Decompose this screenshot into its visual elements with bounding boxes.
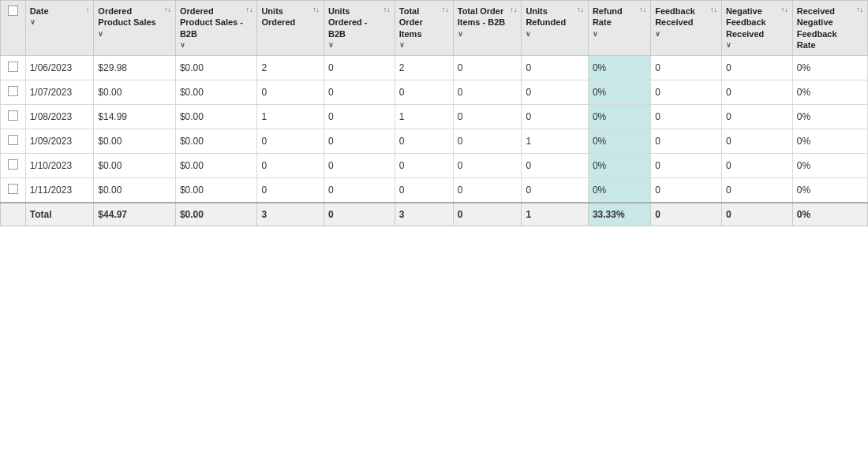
header-refund-rate[interactable]: Refund Rate ↑↓ ∨ (588, 1, 650, 56)
header-units-ord-label: Units Ordered (261, 6, 311, 28)
row-ops-b2b: $0.00 (175, 154, 257, 178)
footer-units-ord-b2b: 0 (324, 203, 395, 226)
row-total-order-items: 0 (395, 154, 453, 178)
header-units-ord-b2b[interactable]: Units Ordered - B2B ↑↓ ∨ (324, 1, 395, 56)
header-feedback-received[interactable]: Feedback Received ↑↓ ∨ (651, 1, 722, 56)
row-checkbox[interactable] (8, 135, 18, 145)
row-checkbox-cell[interactable] (1, 105, 26, 129)
footer-units-ord: 3 (257, 203, 324, 226)
footer-total-order-b2b: 0 (453, 203, 522, 226)
row-total-order-b2b: 0 (453, 178, 522, 203)
header-date-label: Date (30, 6, 84, 17)
table-row: 1/08/2023$14.99$0.00101000%000% (1, 105, 868, 129)
row-units-refunded: 1 (522, 129, 589, 154)
row-checkbox-cell[interactable] (1, 129, 26, 154)
row-date: 1/11/2023 (25, 178, 94, 203)
header-units-ord-b2b-chevron: ∨ (328, 41, 391, 50)
header-checkbox[interactable] (1, 1, 26, 56)
header-checkbox-box[interactable] (8, 6, 18, 16)
row-feedback-received: 0 (651, 105, 722, 129)
row-total-order-items: 0 (395, 129, 453, 154)
header-recv-neg-rate[interactable]: Received Negative Feedback Rate ↑↓ (792, 1, 867, 56)
footer-checkbox-cell (1, 203, 26, 226)
row-date: 1/06/2023 (25, 56, 94, 80)
header-total-order-items-label: Total Order Items (399, 6, 440, 39)
footer-ops: $44.97 (94, 203, 176, 226)
header-total-order-items[interactable]: Total Order Items ↑↓ ∨ (395, 1, 453, 56)
table-body: 1/06/2023$29.98$0.00202000%000%1/07/2023… (1, 56, 868, 203)
row-date: 1/09/2023 (25, 129, 94, 154)
row-checkbox[interactable] (8, 62, 18, 72)
row-checkbox[interactable] (8, 86, 18, 96)
row-ops-b2b: $0.00 (175, 105, 257, 129)
header-units-refunded[interactable]: Units Refunded ↑↓ ∨ (522, 1, 589, 56)
header-ops-b2b[interactable]: Ordered Product Sales - B2B ↑↓ ∨ (175, 1, 257, 56)
header-ops-b2b-sort-icon: ↑↓ (245, 6, 253, 15)
header-feedback-received-label: Feedback Received (655, 6, 709, 28)
header-total-order-b2b[interactable]: Total Order Items - B2B ↑↓ ∨ (453, 1, 522, 56)
row-feedback-received: 0 (651, 129, 722, 154)
header-date-chevron: ∨ (30, 18, 90, 28)
row-units-ord: 0 (257, 154, 324, 178)
row-feedback-received: 0 (651, 154, 722, 178)
row-ops-b2b: $0.00 (175, 80, 257, 105)
header-total-order-b2b-sort-icon: ↑↓ (510, 6, 517, 15)
row-units-ord-b2b: 0 (324, 154, 395, 178)
row-feedback-received: 0 (651, 56, 722, 80)
row-checkbox[interactable] (8, 110, 18, 121)
row-units-ord-b2b: 0 (324, 178, 395, 203)
row-checkbox[interactable] (8, 159, 18, 170)
row-refund-rate: 0% (588, 129, 650, 154)
table-header-row: Date ↑ ∨ Ordered Product Sales ↑↓ ∨ Orde… (1, 1, 868, 56)
row-recv-neg-rate: 0% (792, 80, 867, 105)
row-units-ord: 0 (257, 80, 324, 105)
row-units-ord: 1 (257, 105, 324, 129)
header-refund-rate-chevron: ∨ (593, 30, 646, 39)
header-ops-b2b-label: Ordered Product Sales - B2B (180, 6, 245, 39)
header-units-ord[interactable]: Units Ordered ↑↓ (257, 1, 324, 56)
row-recv-neg-rate: 0% (792, 129, 867, 154)
footer-feedback-received: 0 (651, 203, 722, 226)
header-units-ord-b2b-label: Units Ordered - B2B (328, 6, 382, 39)
row-checkbox-cell[interactable] (1, 154, 26, 178)
header-ops-label: Ordered Product Sales (98, 6, 163, 28)
row-date: 1/08/2023 (25, 105, 94, 129)
row-date: 1/10/2023 (25, 154, 94, 178)
row-total-order-b2b: 0 (453, 105, 522, 129)
row-ops: $0.00 (94, 129, 176, 154)
row-units-refunded: 0 (522, 80, 589, 105)
data-table: Date ↑ ∨ Ordered Product Sales ↑↓ ∨ Orde… (0, 0, 868, 226)
row-neg-feedback: 0 (721, 154, 792, 178)
row-total-order-b2b: 0 (453, 129, 522, 154)
row-checkbox-cell[interactable] (1, 80, 26, 105)
header-neg-feedback[interactable]: Negative Feedback Received ↑↓ ∨ (721, 1, 792, 56)
row-total-order-b2b: 0 (453, 154, 522, 178)
header-date-sort-icon: ↑ (86, 6, 90, 16)
header-neg-feedback-chevron: ∨ (726, 41, 788, 50)
header-recv-neg-rate-label: Received Negative Feedback Rate (797, 6, 855, 50)
table-row: 1/10/2023$0.00$0.00000000%000% (1, 154, 868, 178)
header-date[interactable]: Date ↑ ∨ (25, 1, 94, 56)
row-neg-feedback: 0 (721, 105, 792, 129)
row-neg-feedback: 0 (721, 80, 792, 105)
row-checkbox-cell[interactable] (1, 178, 26, 203)
header-feedback-received-sort-icon: ↑↓ (710, 6, 717, 15)
header-units-ord-sort-icon: ↑↓ (312, 6, 320, 15)
footer-units-refunded: 1 (522, 203, 589, 226)
row-neg-feedback: 0 (721, 178, 792, 203)
header-refund-rate-sort-icon: ↑↓ (639, 6, 646, 15)
row-checkbox-cell[interactable] (1, 56, 26, 80)
header-total-order-b2b-chevron: ∨ (458, 30, 518, 39)
header-units-ord-b2b-sort-icon: ↑↓ (383, 6, 391, 15)
header-total-order-items-sort-icon: ↑↓ (442, 6, 449, 15)
row-ops: $0.00 (94, 154, 176, 178)
row-units-ord: 0 (257, 129, 324, 154)
row-neg-feedback: 0 (721, 56, 792, 80)
header-ops[interactable]: Ordered Product Sales ↑↓ ∨ (94, 1, 176, 56)
row-recv-neg-rate: 0% (792, 154, 867, 178)
row-checkbox[interactable] (8, 184, 18, 194)
row-units-ord-b2b: 0 (324, 56, 395, 80)
row-ops-b2b: $0.00 (175, 56, 257, 80)
header-total-order-b2b-label: Total Order Items - B2B (458, 6, 509, 28)
row-units-ord-b2b: 0 (324, 105, 395, 129)
